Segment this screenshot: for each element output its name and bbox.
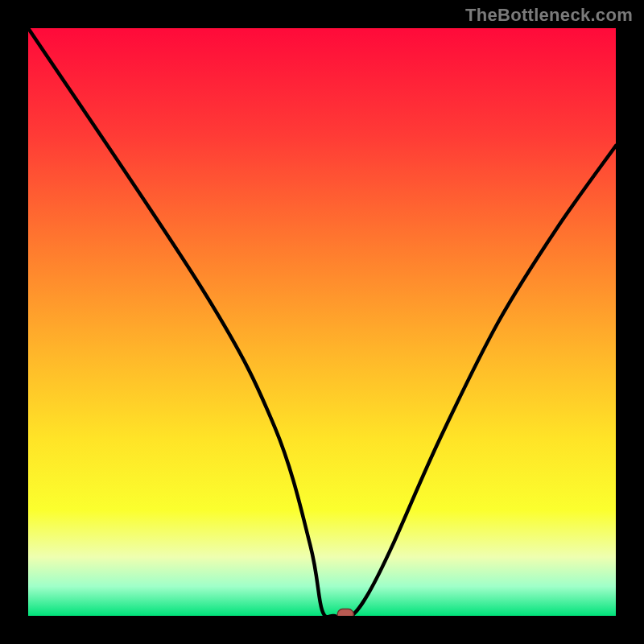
watermark-text: TheBottleneck.com <box>465 5 633 26</box>
chart-frame: TheBottleneck.com <box>0 0 644 644</box>
bottleneck-chart <box>0 0 644 644</box>
gradient-plot-area <box>28 28 616 616</box>
